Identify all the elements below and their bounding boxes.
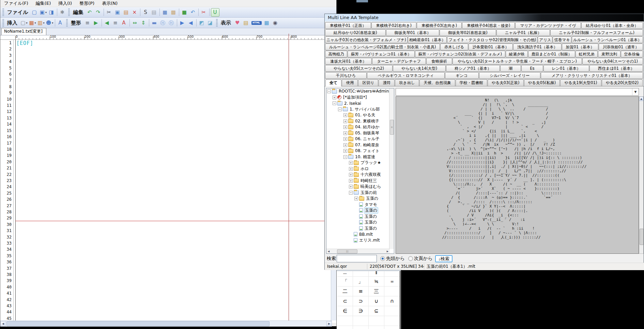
package-icon[interactable]: ▩	[170, 9, 178, 16]
shift-left-icon[interactable]: ◀	[187, 19, 195, 27]
category-tab[interactable]: やる夫05(私服)	[524, 79, 560, 86]
copy-icon[interactable]: ▣	[114, 9, 122, 16]
palette-char-cell[interactable]	[384, 306, 400, 316]
aa-template-button[interactable]: ニャル子02(制服・フルフォースフォーム)	[550, 29, 643, 36]
tree-expander-icon[interactable]: −	[327, 89, 331, 93]
document-tab[interactable]: NoName1.txt[変更]	[1, 28, 46, 35]
aa-template-button[interactable]: ギンコ	[445, 72, 479, 79]
insert-text-icon[interactable]: A	[57, 19, 64, 27]
tree-expander-icon[interactable]: +	[343, 125, 347, 129]
palette-char-cell[interactable]	[337, 316, 353, 326]
cut-icon[interactable]: ✂	[105, 9, 113, 16]
tree-item[interactable]: + ホロ	[348, 166, 394, 172]
media-clip-icon[interactable]: ▤	[242, 19, 250, 27]
aa-template-button[interactable]: 蘇芳・パヴリチェンコ02(別衣装・デフォルメ)	[415, 51, 505, 57]
scroll-right-arrow-icon[interactable]: ▶	[326, 321, 332, 326]
tree-item[interactable]: + 08. フェイト	[343, 148, 394, 154]
search-from-top-radio[interactable]	[380, 256, 385, 261]
tree-item[interactable]: − 2. Isekai	[332, 100, 394, 106]
aa-template-button[interactable]: 御坂美琴01（基本）	[386, 29, 440, 36]
category-tab[interactable]: 吹き出し	[395, 79, 419, 86]
editor-horizontal-scrollbar[interactable]: ◀ ▶	[0, 320, 332, 327]
palette-char-cell[interactable]: ∪	[369, 296, 384, 306]
insert-page-icon[interactable]: ▢▾	[20, 19, 28, 27]
tree-horizontal-scrollbar[interactable]: ◀ ||| ▶	[326, 249, 390, 253]
redo-icon[interactable]: ↷	[94, 9, 102, 16]
scrollbar-thumb[interactable]	[640, 229, 644, 245]
aa-template-button[interactable]: ニャル子01（私服）	[496, 29, 550, 36]
tree-item[interactable]: + 04. 結月ゆか	[343, 124, 394, 130]
tree-expander-icon[interactable]: +	[349, 173, 353, 177]
aa-template-button[interactable]: 麦野沈利	[598, 51, 620, 57]
indent-right-icon[interactable]: ▶	[92, 19, 100, 27]
tree-item[interactable]: + 玉藻の	[354, 196, 394, 202]
menu-item[interactable]: 編集(E)	[32, 0, 55, 7]
tree-expander-icon[interactable]: +	[343, 131, 347, 135]
aa-template-button[interactable]: Es	[521, 65, 543, 72]
palette-char-cell[interactable]: ≒	[369, 277, 384, 286]
combobox-dropdown-icon[interactable]: ▼	[632, 88, 639, 95]
palette-char-cell[interactable]: ＿	[337, 270, 353, 277]
aa-template-button[interactable]: 洩矢諏訪子01（基本）	[513, 44, 562, 50]
scroll-left-arrow-icon[interactable]: ◀	[0, 321, 6, 326]
aa-template-button[interactable]: 結月ゆかり01（基本・全身）	[581, 22, 643, 29]
aa-template-button[interactable]: ルルーシュ・ランペルージ02(黒の騎士団・別衣装・小道具)	[325, 44, 440, 50]
aa-template-button[interactable]: 虹村兄弟	[576, 51, 598, 57]
scroll-right-arrow-icon[interactable]: ▶	[385, 249, 390, 253]
paste-icon[interactable]: ▤	[122, 9, 130, 16]
menu-item[interactable]: ファイル(F)	[0, 0, 32, 7]
category-tab[interactable]: 学校・図書館	[456, 79, 487, 86]
tree-item[interactable]: 玉藻の	[354, 208, 394, 214]
tree-item[interactable]: + 時崎狂三	[348, 178, 394, 184]
aa-template-button[interactable]: やらない夫04(スーツその1)	[582, 58, 643, 65]
undo-buffer-toggle-icon[interactable]: U	[211, 8, 219, 17]
aa-template-button[interactable]: 東横桃子01（正面）	[325, 22, 371, 29]
tree-item[interactable]: − 玉藻の前	[348, 190, 394, 196]
palette-char-cell[interactable]: ＝	[384, 277, 400, 286]
aa-template-button[interactable]: 西住まほ01（基本）	[589, 65, 643, 72]
palette-char-cell[interactable]	[384, 316, 400, 326]
aa-template-button[interactable]: やらない夫05(スーツその2)	[325, 65, 393, 72]
tree-item[interactable]: + 06. ニャル子	[343, 136, 394, 142]
aa-template-button[interactable]: やらない夫02(タートルネック・学生服・フード・帽子・エプロン)	[453, 58, 582, 65]
tree-expander-icon[interactable]: −	[338, 108, 342, 111]
palette-char-cell[interactable]	[384, 286, 400, 296]
aa-template-button[interactable]: 柏崎星奈01（基本）	[408, 36, 447, 43]
aa-preview-view[interactable]: N! (\ ,jk /| | !\ `, \ _________ / | | \…	[396, 96, 639, 254]
tree-item[interactable]: − 10. 精霊達	[343, 154, 394, 160]
category-tab[interactable]: 天候、自然現象	[419, 79, 455, 86]
aa-template-button[interactable]: 潮	[500, 65, 521, 72]
category-tab[interactable]: 漫符	[379, 79, 395, 86]
category-tab[interactable]: 使用	[342, 79, 358, 86]
category-tab[interactable]: 全て	[325, 79, 341, 86]
palette-char-cell[interactable]: ⊂	[337, 296, 353, 306]
tree-expander-icon[interactable]: +	[349, 185, 353, 188]
tree-expander-icon[interactable]: +	[349, 179, 353, 183]
favorites-heart-icon[interactable]: ♥	[234, 19, 242, 27]
palette-char-cell[interactable]: ∩	[384, 296, 400, 306]
open-file-icon[interactable]: ▣▾	[39, 9, 47, 16]
scrollbar-thumb[interactable]: |||	[337, 249, 357, 253]
palette-char-cell[interactable]: 三	[369, 286, 384, 296]
tree-item[interactable]: 玉藻の	[354, 219, 394, 226]
vertical-arrows-icon[interactable]: ⇕	[140, 19, 148, 27]
tree-expander-icon[interactable]: +	[343, 113, 347, 117]
category-tab[interactable]: 区切り	[358, 79, 378, 86]
tree-item[interactable]: + 02. 東横桃子	[343, 118, 394, 125]
palette-char-cell[interactable]: ￣	[353, 270, 369, 277]
aa-template-button[interactable]: ターニャ・デグレチャフ	[372, 58, 426, 65]
palette-char-cell[interactable]: ∋	[353, 306, 369, 316]
preview-eye-icon[interactable]: ◉	[272, 19, 279, 27]
trim-icon[interactable]: ✂	[200, 9, 208, 16]
insert-box-icon[interactable]: ▥▾	[37, 19, 45, 27]
tree-item[interactable]: タマモ	[354, 202, 394, 208]
palette-char-cell[interactable]	[384, 326, 400, 329]
search-button[interactable]: ↓検索	[435, 255, 453, 262]
palette-char-cell[interactable]	[353, 316, 369, 326]
insert-person-icon[interactable]: ☻▾	[46, 19, 53, 27]
aa-template-button[interactable]: 沙条愛歌01（基本）	[469, 44, 513, 50]
palette-char-cell[interactable]: ∈	[337, 306, 353, 316]
save-file-icon[interactable]: ◨	[48, 9, 56, 16]
aa-template-button[interactable]: ニャル子03(その他衣装・デフォルメ・プチ)	[325, 36, 408, 43]
center-h2-icon[interactable]: Ⓗ	[168, 19, 175, 27]
